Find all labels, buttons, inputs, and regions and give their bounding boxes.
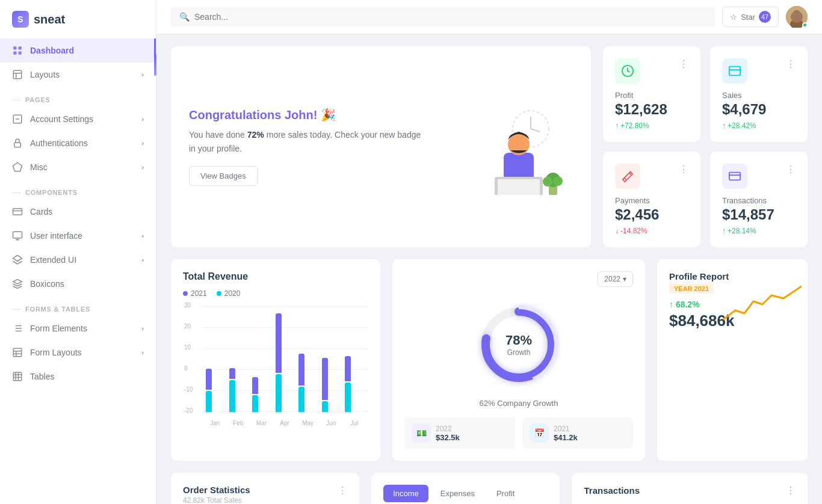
bar-2020 — [276, 374, 282, 412]
bar-2020 — [229, 380, 235, 412]
transactions-change: ↑ +28.14% — [722, 227, 796, 235]
bar-2021 — [298, 354, 304, 386]
grid-table-icon — [12, 371, 23, 382]
legend-dot-2020 — [217, 291, 221, 296]
sidebar-item-account-settings[interactable]: Account Settings › — [0, 107, 156, 131]
profit-menu[interactable]: ⋮ — [679, 58, 688, 70]
profile-chart-area — [723, 283, 802, 331]
payments-menu[interactable]: ⋮ — [679, 164, 688, 175]
transactions-label: Transactions — [722, 196, 796, 205]
svg-point-33 — [793, 10, 800, 17]
table-icon — [12, 347, 23, 358]
star-count-badge: 47 — [759, 11, 771, 23]
search-wrap[interactable]: 🔍 — [171, 7, 715, 26]
sidebar-item-form-layouts[interactable]: Form Layouts › — [0, 340, 156, 364]
pages-section-label: PAGES — [0, 87, 156, 107]
components-section-label: COMPONENTS — [0, 179, 156, 200]
stat-amount-2022: $32.5k — [436, 433, 460, 442]
chevron-right-icon: › — [141, 232, 144, 239]
main-content: 🔍 ☆ Star 47 Congratulat — [156, 0, 822, 504]
bar-2021 — [322, 358, 328, 400]
bar-2021 — [229, 368, 235, 379]
sidebar-item-label: Tables — [30, 372, 54, 381]
order-statistics-card: Order Statistics 42.82k Total Sales ⋮ 8,… — [171, 473, 359, 504]
logo-text: sneat — [34, 13, 65, 26]
bar-chart: 30 20 10 0 -10 -20 JanFebMarAprMayJunJul — [183, 306, 368, 426]
chevron-right-icon: › — [141, 71, 144, 78]
tab-income[interactable]: Income — [383, 485, 428, 502]
transactions-title: Transactions — [584, 485, 640, 496]
transactions-menu[interactable]: ⋮ — [786, 164, 796, 175]
svg-rect-0 — [13, 46, 16, 49]
user-avatar-container[interactable] — [786, 6, 808, 28]
sidebar-item-misc[interactable]: Misc › — [0, 155, 156, 179]
sidebar-item-label: Form Layouts — [30, 348, 82, 357]
sidebar-item-label: Cards — [30, 207, 52, 217]
sidebar-item-boxicons[interactable]: Boxicons — [0, 272, 156, 296]
donut-container: 78% Growth — [404, 297, 633, 393]
tab-expenses[interactable]: Expenses — [431, 485, 484, 502]
sidebar-item-tables[interactable]: Tables — [0, 364, 156, 389]
sidebar-item-label: Account Settings — [30, 114, 93, 124]
year-selector[interactable]: 2022 ▾ — [598, 271, 633, 287]
sidebar-item-cards[interactable]: Cards — [0, 200, 156, 224]
order-title: Order Statistics — [183, 485, 250, 495]
sidebar-item-user-interface[interactable]: User interface › — [0, 224, 156, 248]
company-growth-label: 62% Company Growth — [404, 399, 633, 408]
search-input[interactable] — [194, 12, 706, 22]
content-area: Congratulations John! 🎉 You have done 72… — [156, 34, 822, 504]
transactions-icon — [722, 164, 747, 189]
growth-card: 2022 ▾ — [392, 259, 645, 461]
diamond-icon — [12, 162, 23, 173]
year-badge: YEAR 2021 — [669, 284, 714, 293]
stat-card-sales: ⋮ Sales $4,679 ↑ +28.42% — [710, 46, 808, 142]
sidebar-item-authentications[interactable]: Authentications › — [0, 131, 156, 155]
sidebar-item-layouts[interactable]: Layouts › — [0, 63, 156, 87]
x-label: Feb — [229, 420, 248, 426]
chart-legend: 2021 2020 — [183, 289, 368, 298]
tab-profit[interactable]: Profit — [487, 485, 524, 502]
transactions-card-menu[interactable]: ⋮ — [786, 485, 796, 496]
topbar: 🔍 ☆ Star 47 — [156, 0, 822, 34]
chevron-right-icon: › — [141, 325, 144, 332]
order-menu[interactable]: ⋮ — [338, 485, 347, 496]
growth-stats: 💵 2022 $32.5k 📅 2021 $41.2k — [404, 417, 633, 449]
star-button[interactable]: ☆ Star 47 — [722, 7, 779, 27]
bar-group — [345, 356, 363, 412]
up-arrow-icon: ↑ — [722, 121, 726, 130]
x-label: May — [298, 420, 317, 426]
profile-report-title: Profile Report — [669, 271, 796, 281]
welcome-card: Congratulations John! 🎉 You have done 72… — [171, 46, 591, 247]
sales-value: $4,679 — [722, 101, 796, 118]
x-label: Mar — [252, 420, 271, 426]
sales-menu[interactable]: ⋮ — [786, 58, 796, 70]
bar-group — [206, 369, 224, 412]
forms-tables-section-label: FORMS & TABLES — [0, 296, 156, 316]
sidebar-item-dashboard[interactable]: Dashboard — [0, 38, 156, 63]
sidebar-item-label: Form Elements — [30, 324, 87, 333]
x-label: Jun — [322, 420, 341, 426]
sidebar-item-form-elements[interactable]: Form Elements › — [0, 316, 156, 340]
sidebar-item-extended-ui[interactable]: Extended UI › — [0, 248, 156, 272]
stat-year-2022: 2022 — [436, 425, 460, 433]
layout-icon — [12, 69, 23, 80]
profit-value: $12,628 — [615, 101, 688, 118]
up-arrow-icon: ↑ — [615, 121, 619, 130]
sidebar-item-label: Boxicons — [30, 279, 64, 289]
profit-label: Profit — [615, 91, 688, 100]
card-icon — [12, 206, 23, 217]
stat-card-transactions: ⋮ Transactions $14,857 ↑ +28.14% — [710, 152, 808, 247]
stat-card-profit: ⋮ Profit $12,628 ↑ +72.80% — [603, 46, 700, 142]
svg-rect-13 — [13, 232, 22, 238]
payments-change: ↓ -14.82% — [615, 227, 688, 235]
logo[interactable]: S sneat — [0, 0, 156, 38]
profile-report-card: Profile Report YEAR 2021 ↑ 68.2% $84,686… — [657, 259, 808, 461]
stat-amount-2021: $41.2k — [554, 433, 578, 442]
donut-center: 78% Growth — [505, 333, 532, 357]
stat-card-payments: ⋮ Payments $2,456 ↓ -14.82% — [603, 152, 700, 247]
view-badges-button[interactable]: View Badges — [189, 166, 258, 186]
sidebar-item-label: Dashboard — [30, 46, 74, 55]
welcome-title: Congratulations John! 🎉 — [189, 108, 430, 122]
bar-2020 — [298, 387, 304, 412]
svg-point-45 — [553, 176, 563, 186]
